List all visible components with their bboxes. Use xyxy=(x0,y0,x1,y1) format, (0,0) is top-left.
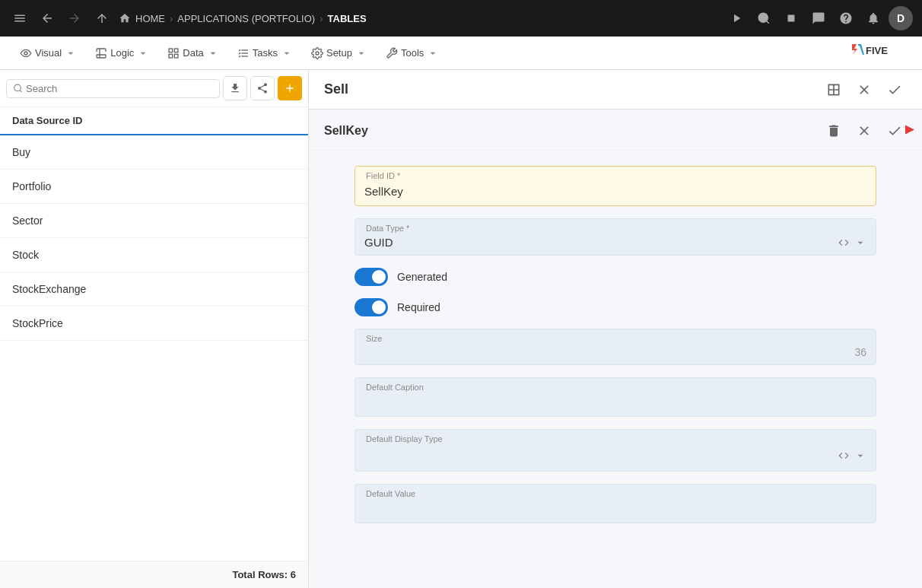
form-area: Field ID * Data Type * GUID xyxy=(309,151,922,588)
setup-nav[interactable]: Setup xyxy=(304,43,375,64)
sub-header: SellKey xyxy=(309,111,922,151)
data-type-group: Data Type * GUID xyxy=(354,218,876,256)
default-caption-input[interactable] xyxy=(364,395,866,407)
svg-marker-11 xyxy=(852,44,857,55)
five-logo: FIVE xyxy=(849,43,910,64)
search-box xyxy=(6,79,220,98)
required-row: Required xyxy=(354,298,876,316)
generated-row: Generated xyxy=(354,268,876,286)
size-label: Size xyxy=(364,334,866,343)
up-icon[interactable] xyxy=(91,8,113,29)
list-item[interactable]: Buy xyxy=(0,135,308,170)
top-bar: HOME › APPLICATIONS (PORTFOLIO) › TABLES… xyxy=(0,0,922,37)
add-button[interactable] xyxy=(278,76,302,100)
page-title: Sell xyxy=(324,81,822,97)
data-nav[interactable]: Data xyxy=(160,43,226,64)
content-area: Sell SellKey xyxy=(309,70,922,588)
top-bar-actions: D xyxy=(724,6,913,30)
svg-marker-12 xyxy=(858,44,864,55)
generated-label: Generated xyxy=(397,271,447,283)
default-caption-label: Default Caption xyxy=(364,383,866,392)
visual-nav[interactable]: Visual xyxy=(12,43,84,64)
tasks-nav[interactable]: Tasks xyxy=(230,43,300,64)
table-view-button[interactable] xyxy=(822,78,846,102)
close-content-button[interactable] xyxy=(852,78,876,102)
sub-actions xyxy=(822,119,907,143)
svg-rect-3 xyxy=(169,49,173,52)
search-circle-button[interactable] xyxy=(752,6,776,30)
default-value-label: Default Value xyxy=(364,489,866,498)
search-input[interactable] xyxy=(26,83,213,94)
list-item[interactable]: Stock xyxy=(0,238,308,272)
default-display-type-label: Default Display Type xyxy=(364,434,866,443)
breadcrumb: HOME › APPLICATIONS (PORTFOLIO) › TABLES xyxy=(119,12,718,24)
list-item[interactable]: Sector xyxy=(0,204,308,238)
list-item[interactable]: StockPrice xyxy=(0,307,308,341)
data-type-actions xyxy=(838,237,866,249)
play-button[interactable] xyxy=(724,6,749,30)
confirm-sub-wrapper xyxy=(882,119,907,143)
svg-rect-1 xyxy=(788,15,795,22)
stop-button[interactable] xyxy=(779,6,803,30)
svg-rect-4 xyxy=(175,49,179,52)
list-item[interactable]: Portfolio xyxy=(0,170,308,204)
required-label: Required xyxy=(397,301,440,313)
close-sub-button[interactable] xyxy=(852,119,876,143)
default-display-type-group: Default Display Type xyxy=(354,429,876,472)
main-layout: Data Source ID Buy Portfolio Sector Stoc… xyxy=(0,70,922,588)
search-icon xyxy=(13,83,23,94)
svg-point-14 xyxy=(14,84,21,91)
svg-point-2 xyxy=(24,52,27,55)
svg-rect-6 xyxy=(175,54,179,58)
size-group: Size 36 xyxy=(354,329,876,365)
logic-nav[interactable]: Logic xyxy=(87,43,157,64)
breadcrumb-apps[interactable]: APPLICATIONS (PORTFOLIO) xyxy=(177,13,315,24)
tools-nav[interactable]: Tools xyxy=(378,43,447,64)
data-type-label: Data Type * xyxy=(364,224,866,233)
sidebar-list: Buy Portfolio Sector Stock StockExchange… xyxy=(0,135,308,561)
svg-rect-5 xyxy=(169,54,173,58)
size-value: 36 xyxy=(364,346,866,358)
chevron-down-icon[interactable] xyxy=(854,237,866,249)
forward-icon[interactable] xyxy=(64,8,85,29)
download-button[interactable] xyxy=(223,76,247,100)
display-chevron-down-icon[interactable] xyxy=(854,450,866,462)
chat-button[interactable] xyxy=(806,6,831,30)
help-button[interactable] xyxy=(834,6,858,30)
svg-point-0 xyxy=(758,13,768,22)
delete-button[interactable] xyxy=(822,119,846,143)
arrow-indicator xyxy=(905,122,920,139)
sidebar-toolbar xyxy=(0,70,308,107)
bell-button[interactable] xyxy=(861,6,885,30)
field-id-group: Field ID * xyxy=(354,166,876,206)
sub-title: SellKey xyxy=(324,124,822,138)
default-caption-group: Default Caption xyxy=(354,377,876,417)
breadcrumb-tables[interactable]: TABLES xyxy=(328,13,367,24)
required-toggle[interactable] xyxy=(354,298,388,316)
svg-point-10 xyxy=(316,52,319,55)
share-button[interactable] xyxy=(250,76,275,100)
field-id-input[interactable] xyxy=(364,183,866,199)
sidebar-footer: Total Rows: 6 xyxy=(0,561,308,588)
data-type-value: GUID xyxy=(364,236,393,249)
sidebar-header: Data Source ID xyxy=(0,107,308,135)
secondary-nav: Visual Logic Data Tasks Setup Tools FIVE xyxy=(0,37,922,70)
display-code-icon[interactable] xyxy=(838,450,850,462)
code-icon[interactable] xyxy=(838,237,850,249)
default-display-type-actions xyxy=(838,450,866,462)
back-icon[interactable] xyxy=(37,8,58,29)
list-item[interactable]: StockExchange xyxy=(0,272,308,307)
default-value-input[interactable] xyxy=(364,501,866,513)
confirm-sub-button[interactable] xyxy=(882,119,907,143)
default-value-group: Default Value xyxy=(354,484,876,523)
content-header-actions xyxy=(822,78,907,102)
sidebar: Data Source ID Buy Portfolio Sector Stoc… xyxy=(0,70,309,588)
breadcrumb-home[interactable]: HOME xyxy=(135,13,165,24)
svg-text:FIVE: FIVE xyxy=(866,45,888,56)
field-id-label: Field ID * xyxy=(364,171,866,180)
confirm-content-button[interactable] xyxy=(882,78,907,102)
avatar[interactable]: D xyxy=(889,6,913,30)
generated-toggle[interactable] xyxy=(354,268,388,286)
content-header: Sell xyxy=(309,70,922,110)
menu-icon[interactable] xyxy=(9,8,30,29)
